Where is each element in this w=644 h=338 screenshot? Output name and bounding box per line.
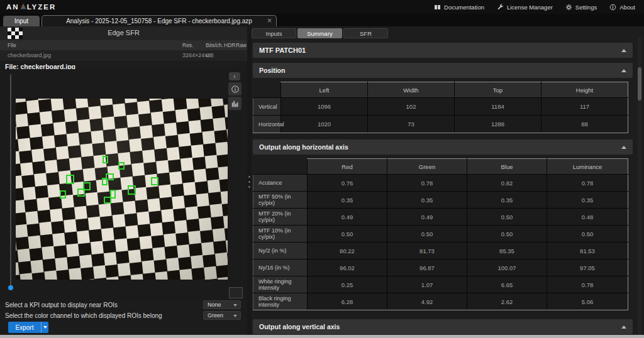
value-cell: 0.76 xyxy=(308,175,387,192)
value-cell: 0.35 xyxy=(387,192,467,209)
book-icon xyxy=(434,4,441,11)
corner-cell xyxy=(253,159,308,175)
app-logo: AN LYZER xyxy=(0,3,56,11)
file-col-header: File xyxy=(8,42,16,48)
roi-box[interactable] xyxy=(151,177,158,185)
tab-input[interactable]: Input xyxy=(3,16,40,26)
row-label: Ny/2 (in %) xyxy=(253,243,308,259)
row-label: Black ringing intensity xyxy=(253,293,308,310)
menu-documentation-label: Documentation xyxy=(444,4,484,11)
menu-about[interactable]: About xyxy=(609,4,635,11)
section-position-title: Position xyxy=(259,67,621,74)
image-viewer: ‹ xyxy=(0,69,247,300)
value-cell: 5.06 xyxy=(547,293,628,310)
results-scrollbar-thumb[interactable] xyxy=(638,67,641,101)
table-row: Vertical 1096 102 1184 117 xyxy=(253,98,628,116)
col-header: Green xyxy=(387,159,467,175)
menu-settings-label: Settings xyxy=(575,4,597,11)
tab-analysis[interactable]: Analysis - 2025-12-05_150758 - Edge SFR … xyxy=(42,15,277,26)
tab-analysis-label: Analysis - 2025-12-05_150758 - Edge SFR … xyxy=(66,18,252,25)
panel-splitter[interactable] xyxy=(247,26,252,335)
roi-box[interactable] xyxy=(60,190,66,199)
top-menu: Documentation License Manager Settings xyxy=(434,4,644,11)
col-header: Red xyxy=(308,159,387,175)
checkerboard-photo[interactable] xyxy=(16,99,228,280)
section-vertical-axis-title: Output along vertical axis xyxy=(259,323,621,330)
tab-close-icon[interactable]: × xyxy=(267,16,272,25)
roi-box[interactable] xyxy=(103,156,108,163)
splitter-grip-icon xyxy=(248,176,250,178)
kpi-select-dropdown[interactable]: None xyxy=(203,300,241,309)
export-button[interactable]: Export xyxy=(8,322,48,333)
export-menu-toggle[interactable] xyxy=(41,322,48,333)
section-position[interactable]: Position xyxy=(253,63,633,78)
value-cell: 96.02 xyxy=(308,259,387,276)
table-row: Black ringing intensity 6.28 4.92 2.62 5… xyxy=(253,293,628,310)
value-cell: 0.35 xyxy=(308,192,387,209)
col-header: Height xyxy=(541,82,628,98)
results-panel: Inputs Summary SFR MTF PATCH01 Position … xyxy=(252,26,644,335)
channel-select-dropdown[interactable]: Green xyxy=(203,311,241,320)
photo-vignette xyxy=(16,99,228,280)
file-table-row[interactable]: checkerboard.jpg 3264×2448 u.8 xyxy=(0,50,247,61)
value-cell: 6.65 xyxy=(467,276,547,293)
histogram-button[interactable] xyxy=(228,97,242,110)
value-cell: 100.07 xyxy=(467,259,547,276)
section-mtf-patch01[interactable]: MTF PATCH01 xyxy=(253,43,633,58)
hdr-col-header: HDR xyxy=(224,42,235,48)
menu-settings[interactable]: Settings xyxy=(565,4,597,11)
value-cell: 0.50 xyxy=(547,226,628,243)
logo-text-pre: AN xyxy=(6,3,19,11)
tab-inputs[interactable]: Inputs xyxy=(252,28,296,38)
collapse-panel-button[interactable]: ‹ xyxy=(229,72,240,80)
left-panel: Edge SFR File Res. Bits/ch. HDR Raw chec… xyxy=(0,26,247,335)
menu-documentation[interactable]: Documentation xyxy=(434,4,484,11)
section-vertical-axis[interactable]: Output along vertical axis xyxy=(253,319,633,334)
section-horizontal-axis[interactable]: Output along horizontal axis xyxy=(253,139,633,155)
collapse-up-icon xyxy=(621,325,626,329)
value-cell: 0.50 xyxy=(387,226,467,243)
results-tabs: Inputs Summary SFR xyxy=(252,28,388,38)
row-label: MTF 20% (in cy/pix) xyxy=(253,209,308,226)
col-header: Luminance xyxy=(547,159,628,175)
value-cell: 1.07 xyxy=(387,276,467,293)
menu-about-label: About xyxy=(619,4,635,11)
tab-sfr[interactable]: SFR xyxy=(343,28,388,38)
file-name-cell: checkerboard.jpg xyxy=(8,52,51,58)
results-scrollbar-track[interactable] xyxy=(638,38,641,335)
analyzer-window: AN LYZER Documentation Lic xyxy=(0,0,644,338)
roi-box[interactable] xyxy=(104,197,111,204)
viewer-extra-button[interactable] xyxy=(229,287,243,298)
roi-box[interactable] xyxy=(66,175,74,184)
table-row: Ny/16 (in %) 96.02 96.87 100.07 97.05 xyxy=(253,259,628,276)
row-label: Ny/16 (in %) xyxy=(253,259,308,276)
tab-summary[interactable]: Summary xyxy=(297,28,342,38)
value-cell: 88 xyxy=(541,116,628,133)
roi-box[interactable] xyxy=(128,185,136,195)
value-cell: 0.35 xyxy=(467,192,547,209)
splitter-grip-icon xyxy=(248,186,250,188)
roi-box[interactable] xyxy=(102,178,108,185)
value-cell: 0.50 xyxy=(467,226,547,243)
value-cell: 85.35 xyxy=(467,243,547,259)
tab-sfr-label: SFR xyxy=(360,30,372,37)
image-info-button[interactable] xyxy=(228,82,242,95)
roi-box[interactable] xyxy=(77,188,85,197)
zoom-slider-track[interactable] xyxy=(10,74,11,290)
table-row: Acutance 0.76 0.78 0.82 0.78 xyxy=(253,175,628,192)
value-cell: 0.35 xyxy=(547,192,628,209)
section-horizontal-axis-title: Output along horizontal axis xyxy=(259,143,621,151)
zoom-slider-thumb[interactable] xyxy=(8,285,13,290)
info-circle-icon xyxy=(231,85,240,94)
table-row: Ny/2 (in %) 80.22 81.73 85.35 81.53 xyxy=(253,243,628,259)
value-cell: 0.78 xyxy=(547,276,628,293)
row-label: Vertical xyxy=(253,98,281,116)
value-cell: 73 xyxy=(368,116,455,133)
roi-box[interactable] xyxy=(118,162,125,170)
value-cell: 0.78 xyxy=(547,175,628,192)
kpi-select-label: Select a KPI output to display near ROIs xyxy=(5,302,118,308)
menu-license-manager[interactable]: License Manager xyxy=(497,4,553,11)
col-header: Top xyxy=(455,82,541,98)
row-label: Horizontal xyxy=(253,116,281,133)
histogram-icon xyxy=(231,99,240,108)
